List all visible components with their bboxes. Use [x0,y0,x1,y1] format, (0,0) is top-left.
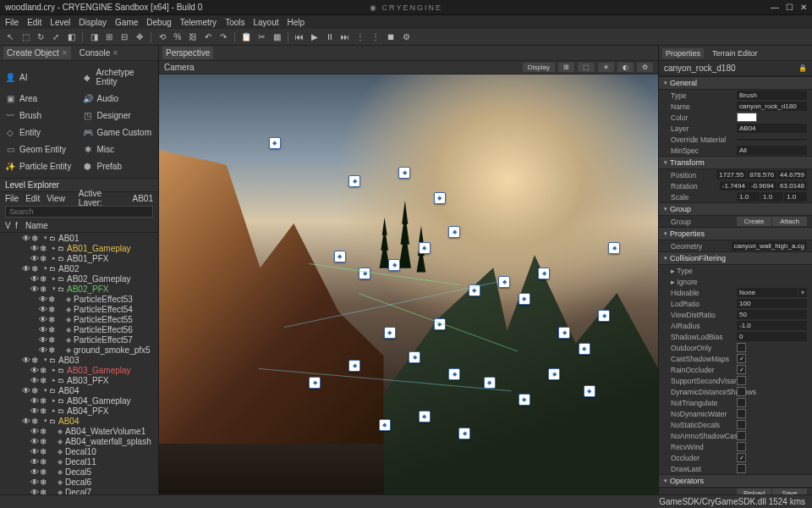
value-field[interactable]: 1.0 [760,192,783,202]
create-brush[interactable]: 〰Brush [5,108,76,122]
checkbox[interactable] [737,420,746,429]
create-entity[interactable]: ◇Entity [5,125,76,139]
value-field[interactable]: 1727.55 [716,170,746,179]
button-save-cgf[interactable]: Save CGF [772,489,807,494]
value-field[interactable]: -1.7494 [720,181,748,190]
value-field[interactable]: 44.6759 [777,170,807,179]
tree-entity[interactable]: 👁❄◆Decal11 [0,456,158,467]
toolbar-button[interactable]: ⤢ [49,30,63,44]
button-reload-cgf[interactable]: Reload CGF [737,489,771,494]
toolbar-button[interactable]: ⋮ [354,30,367,44]
camera-label[interactable]: Camera [164,63,195,72]
tab-terrain-editor[interactable]: Terrain Editor [709,48,761,58]
menu-game[interactable]: Game [115,18,138,27]
toolbar-button[interactable]: ⊞ [102,30,116,44]
entity-gizmo[interactable]: ◆ [379,419,391,431]
menu-debug[interactable]: Debug [146,18,171,27]
entity-gizmo[interactable]: ◆ [409,351,420,363]
tree-folder[interactable]: 👁❄▸🗀AB03_Gameplay [0,365,158,375]
entity-gizmo[interactable]: ◆ [359,268,370,279]
entity-gizmo[interactable]: ◆ [434,192,446,204]
create-ai[interactable]: 👤AI [5,66,76,88]
value-field[interactable] [737,139,807,141]
toolbar-button[interactable]: ↻ [34,30,47,44]
tree-entity[interactable]: 👁❄◆Decal10 [0,446,158,456]
checkbox[interactable] [737,431,746,440]
entity-gizmo[interactable]: ◆ [269,137,281,149]
entity-gizmo[interactable]: ◆ [538,268,550,279]
toolbar-button[interactable]: ⏸ [323,30,337,44]
entity-gizmo[interactable]: ◆ [598,310,610,322]
entity-gizmo[interactable]: ◆ [348,360,360,372]
entity-gizmo[interactable]: ◆ [309,377,321,389]
tree-folder[interactable]: 👁❄▾🗀AB02 [0,263,158,273]
menu-layout[interactable]: Layout [253,18,278,27]
tab-properties[interactable]: Properties [662,48,704,58]
checkbox[interactable] [737,442,746,451]
tree-entity[interactable]: 👁❄◆AB04_waterfall_splash [0,436,158,446]
tree-folder[interactable]: 👁❄▾🗀AB01 [0,233,158,243]
checkbox[interactable] [737,376,746,385]
create-prefab[interactable]: ⬢Prefab [83,159,154,173]
viewport-tool-icon[interactable]: ◐ [617,63,634,72]
viewport-tool-icon[interactable]: ⬚ [578,63,595,72]
tree-entity[interactable]: 👁❄◆ParticleEffect56 [0,324,158,334]
tree-folder[interactable]: 👁❄▸🗀AB03_PFX [0,375,158,385]
level-tree[interactable]: 👁❄▾🗀AB01👁❄▸🗀AB01_Gameplay👁❄▸🗀AB01_PFX👁❄▾… [0,233,158,494]
menu-display[interactable]: Display [79,18,107,27]
section-operators[interactable]: Operators [659,474,812,488]
tree-entity[interactable]: 👁❄◆AB04_WaterVolume1 [0,426,158,436]
entity-gizmo[interactable]: ◆ [448,368,460,380]
value-field[interactable]: Brush [737,91,807,100]
viewport-tool-icon[interactable]: ⊞ [558,63,574,72]
value-field[interactable]: -1.0 [737,321,807,330]
create-archetype-entity[interactable]: ◆Archetype Entity [83,66,154,88]
toolbar-button[interactable]: ⬚ [19,30,32,44]
checkbox[interactable] [737,464,746,473]
entity-gizmo[interactable]: ◆ [579,343,590,355]
value-field[interactable]: None [737,288,798,297]
toolbar-button[interactable]: ▦ [270,30,283,44]
color-swatch[interactable] [737,113,757,122]
toolbar-button[interactable]: ⊟ [118,30,131,44]
toolbar-button[interactable]: ⚙ [399,30,413,44]
search-input[interactable] [5,206,153,218]
checkbox[interactable]: ✓ [737,354,746,363]
checkbox[interactable] [737,343,746,352]
tree-entity[interactable]: 👁❄◆ParticleEffect54 [0,304,158,314]
value-field[interactable]: 50 [737,310,807,319]
menu-telemetry[interactable]: Telemetry [180,18,217,27]
toolbar-button[interactable]: ✂ [255,30,268,44]
tree-folder[interactable]: 👁❄▾🗀AB03 [0,355,158,365]
toolbar-button[interactable]: ✥ [133,30,146,44]
tab-console[interactable]: Console✕ [76,47,123,59]
tree-entity[interactable]: 👁❄◆ParticleEffect55 [0,314,158,324]
tab-perspective[interactable]: Perspective [162,47,213,59]
section-group[interactable]: Group [659,202,812,216]
tree-entity[interactable]: 👁❄◆ground_smoke_pfx5 [0,345,158,355]
create-designer[interactable]: ◳Designer [83,108,154,122]
checkbox[interactable] [737,398,746,407]
checkbox[interactable]: ✓ [737,365,746,374]
entity-gizmo[interactable]: ◆ [558,327,570,339]
entity-gizmo[interactable]: ◆ [448,226,460,238]
toolbar-button[interactable]: ⟲ [156,30,169,44]
tree-entity[interactable]: 👁❄◆ParticleEffect53 [0,294,158,304]
entity-gizmo[interactable]: ◆ [518,394,530,406]
value-field[interactable]: 878.576 [747,170,776,179]
toolbar-button[interactable]: % [171,30,184,44]
lock-icon[interactable]: 🔒 [798,64,807,72]
close-button[interactable]: ✕ [800,3,807,12]
close-icon[interactable]: ✕ [62,49,68,57]
tree-folder[interactable]: 👁❄▸🗀AB02_Gameplay [0,273,158,284]
entity-gizmo[interactable]: ◆ [398,167,410,179]
create-particle-entity[interactable]: ✨Particle Entity [5,159,76,173]
entity-gizmo[interactable]: ◆ [608,242,620,254]
checkbox[interactable] [737,409,746,418]
menu-edit[interactable]: Edit [27,18,41,27]
menu-edit[interactable]: Edit [25,194,40,203]
value-field[interactable]: canyon_rock_d180 [737,102,807,111]
menu-level[interactable]: Level [50,18,70,27]
close-icon[interactable]: ✕ [112,49,118,57]
value-field[interactable]: 0 [737,332,807,341]
